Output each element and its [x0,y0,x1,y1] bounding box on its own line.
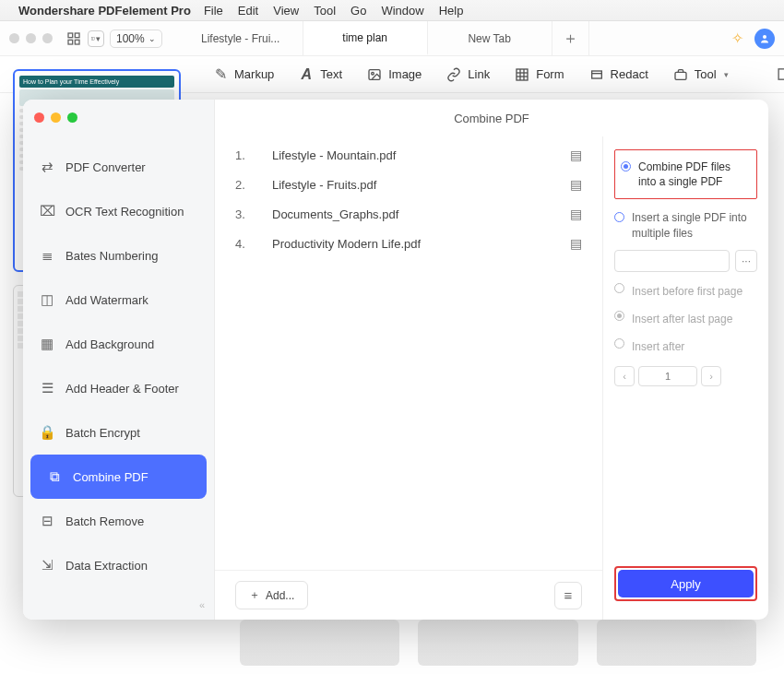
radio-icon [614,283,624,293]
combine-pdf-modal: ⇄PDF Converter ⌧OCR Text Recognition ≣Ba… [23,100,768,620]
bates-icon: ≣ [40,248,54,263]
modal-main: Combine PDF 1.Lifestyle - Mountain.pdf▤ … [215,100,768,620]
page-number-input[interactable] [638,366,697,386]
radio-icon [614,311,624,321]
sidebar-toggle-icon[interactable]: ▾ [88,30,104,47]
stepper-next-button[interactable]: › [701,366,721,386]
tool-dropdown[interactable]: Tool▾ [672,66,729,83]
svg-rect-0 [68,33,73,38]
file-list: 1.Lifestyle - Mountain.pdf▤ 2.Lifestyle … [215,136,602,570]
sidebar-item-data-extraction[interactable]: ⇲Data Extraction [23,543,214,587]
menu-edit[interactable]: Edit [238,4,258,18]
svg-rect-16 [675,72,686,79]
file-row-3[interactable]: 3.Documents_Graphs.pdf▤ [235,199,582,229]
app-name[interactable]: Wondershare PDFelement Pro [18,4,191,18]
svg-rect-1 [75,33,79,38]
file-row-2[interactable]: 2.Lifestyle - Fruits.pdf▤ [235,170,582,199]
close-window-icon[interactable] [9,33,19,43]
zoom-select[interactable]: 100%⌄ [110,30,162,48]
apply-button-highlight: Apply [614,566,757,601]
modal-window-controls [23,103,214,132]
background-page-content [212,620,784,666]
panels-icon[interactable] [777,66,784,83]
user-avatar[interactable] [754,29,775,49]
insert-file-input[interactable] [614,250,730,272]
file-row-1[interactable]: 1.Lifestyle - Mountain.pdf▤ [235,140,582,170]
sidebar-item-pdf-converter[interactable]: ⇄PDF Converter [23,145,214,189]
image-button[interactable]: Image [366,66,422,83]
radio-insert-multiple[interactable]: Insert a single PDF into multiple files [614,210,757,240]
ocr-icon: ⌧ [40,204,54,219]
menu-go[interactable]: Go [350,4,366,18]
page-number-stepper: ‹ › [614,366,757,386]
tab-new-tab[interactable]: New Tab [428,21,552,55]
combine-icon: ⧉ [47,469,62,484]
image-icon [366,66,383,83]
form-icon [514,66,530,83]
tips-bulb-icon[interactable]: ✧ [731,30,743,47]
menu-tool[interactable]: Tool [314,4,336,18]
sidebar-item-combine-pdf[interactable]: ⧉Combine PDF [30,455,207,499]
headerfooter-icon: ☰ [40,381,54,396]
minimize-window-icon[interactable] [26,33,36,43]
sidebar-item-header-footer[interactable]: ☰Add Header & Footer [23,366,214,410]
menu-help[interactable]: Help [439,4,464,18]
sidebar-collapse-icon[interactable]: « [23,590,214,620]
browse-file-button[interactable]: ··· [735,250,757,272]
thumbnails-grid-icon[interactable] [65,30,82,47]
apply-button[interactable]: Apply [618,570,754,597]
watermark-icon: ◫ [40,292,54,307]
menu-file[interactable]: File [204,4,223,18]
modal-sidebar: ⇄PDF Converter ⌧OCR Text Recognition ≣Ba… [23,100,215,620]
window-toolbar: ▾ 100%⌄ Lifestyle - Frui... time plan Ne… [0,21,784,56]
page-range-icon[interactable]: ▤ [570,177,582,192]
modal-close-icon[interactable] [34,112,44,123]
tab-lifestyle-fruits[interactable]: Lifestyle - Frui... [179,21,303,55]
list-options-button[interactable]: ≡ [554,582,582,609]
add-files-button[interactable]: ＋Add... [235,581,308,609]
markup-button[interactable]: ✎Markup [212,66,274,83]
radio-icon [621,161,631,171]
new-tab-button[interactable]: ＋ [552,21,589,55]
svg-rect-17 [778,69,784,79]
sidebar-item-bates[interactable]: ≣Bates Numbering [23,233,214,278]
document-tabs: Lifestyle - Frui... time plan New Tab ＋ [179,21,724,55]
file-row-4[interactable]: 4.Productivity Modern Life.pdf▤ [235,229,582,258]
menu-window[interactable]: Window [381,4,423,18]
radio-insert-after: Insert after [614,337,757,357]
text-button[interactable]: AText [298,66,342,83]
radio-icon [614,212,624,222]
lock-icon: 🔒 [40,425,54,440]
plus-icon: ＋ [249,587,260,603]
extract-icon: ⇲ [40,558,54,573]
sidebar-item-background[interactable]: ▦Add Background [23,322,214,366]
sidebar-item-batch-remove[interactable]: ⊟Batch Remove [23,499,214,543]
combine-options-panel: Combine PDF files into a single PDF Inse… [602,136,768,620]
thumbnail-title: How to Plan your Time Effectively [19,76,174,88]
redact-button[interactable]: Redact [588,66,648,83]
redact-icon [588,66,605,83]
page-range-icon[interactable]: ▤ [570,148,582,162]
modal-minimize-icon[interactable] [51,112,61,123]
toolbox-icon [672,66,689,83]
svg-point-8 [372,72,374,75]
modal-maximize-icon[interactable] [67,112,77,123]
radio-insert-before: Insert before first page [614,281,757,302]
sidebar-item-batch-encrypt[interactable]: 🔒Batch Encrypt [23,410,214,455]
page-range-icon[interactable]: ▤ [570,207,582,221]
form-button[interactable]: Form [514,66,564,83]
svg-rect-14 [591,71,601,78]
stepper-prev-button[interactable]: ‹ [614,366,635,386]
sidebar-item-ocr[interactable]: ⌧OCR Text Recognition [23,189,214,233]
link-button[interactable]: Link [445,66,490,83]
maximize-window-icon[interactable] [42,33,53,43]
page-range-icon[interactable]: ▤ [570,236,582,251]
radio-combine-single[interactable]: Combine PDF files into a single PDF [621,160,751,189]
window-controls [9,33,53,43]
file-list-footer: ＋Add... ≡ [215,570,602,620]
radio-icon [614,338,624,349]
menu-view[interactable]: View [273,4,299,18]
svg-rect-3 [75,40,79,44]
sidebar-item-watermark[interactable]: ◫Add Watermark [23,278,214,322]
tab-time-plan[interactable]: time plan [303,21,428,55]
